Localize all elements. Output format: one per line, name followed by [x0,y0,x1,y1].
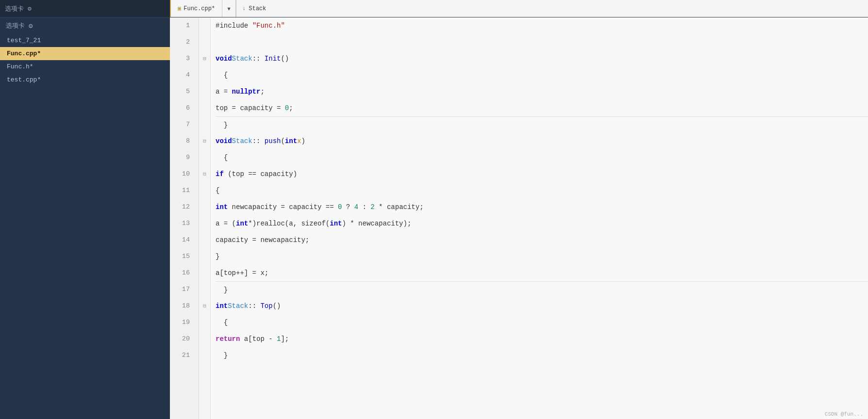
code-token: Top [260,298,272,314]
code-token: ]; [281,331,289,347]
code-token: ; [289,100,293,116]
code-line: return a[top - 1]; [216,331,868,347]
fold-gutter: ⊟⊟⊟⊟ [199,17,211,419]
fold-marker [199,331,210,347]
editor-area: 123456789101112131415161718192021 ⊟⊟⊟⊟ #… [170,17,868,419]
sidebar-item-test-cpp[interactable]: test.cpp* [0,73,170,86]
top-bar-left: 选项卡 ⚙ [0,4,170,13]
top-bar-right: ▣ Func.cpp* ▾ ↓ Stack [170,0,868,17]
code-token: 0 [285,100,289,116]
code-token: void [216,133,232,149]
code-token: x [297,133,301,149]
line-number: 11 [170,182,194,199]
code-line: { [216,314,868,331]
code-token: Stack [232,50,252,67]
line-number: 3 [170,50,194,67]
code-token: int [216,199,228,215]
line-number: 20 [170,331,194,347]
sidebar-item-func-h[interactable]: Func.h* [0,60,170,73]
sidebar-item-label: test_7_21 [7,37,41,44]
gear-icon[interactable]: ⚙ [28,5,32,13]
code-token: Stack [232,133,252,149]
fold-marker [199,182,210,199]
tab-dropdown-button[interactable]: ▾ [222,0,236,17]
line-number: 2 [170,34,194,50]
sidebar-item-project[interactable]: test_7_21 [0,34,170,47]
code-token: int [330,215,342,232]
code-token: ) * newcapacity); [342,215,411,232]
code-line: a = (int*)realloc(a, sizeof(int) * newca… [216,215,868,232]
function-nav-label: Stack [249,5,266,12]
file-tab[interactable]: ▣ Func.cpp* [171,0,222,17]
code-token: ? [342,199,354,215]
sidebar-title: 选项卡 [6,21,25,30]
code-token: ) [301,133,305,149]
code-line: int newcapacity = capacity == 0 ? 4 : 2 … [216,199,868,215]
code-token: () [273,298,281,314]
code-line: #include "Func.h" [216,17,868,34]
code-token: } [216,248,219,265]
line-number: 5 [170,83,194,100]
code-token: ( [281,133,284,149]
code-token: *)realloc(a, sizeof( [248,215,330,232]
code-token: } [216,117,228,133]
tab-label: 选项卡 [5,4,24,13]
code-token: #include [216,17,252,34]
line-number: 19 [170,314,194,331]
sidebar-gear-icon[interactable]: ⚙ [29,22,33,30]
code-token: nullptr [232,83,261,100]
code-token: newcapacity = capacity == [228,199,338,215]
file-tab-icon: ▣ [178,5,181,12]
fold-marker [199,281,210,298]
fold-marker[interactable]: ⊟ [199,166,210,182]
line-number: 8 [170,133,194,149]
sidebar-item-label: test.cpp* [7,76,41,83]
code-token: Stack [228,298,248,314]
code-line: if (top == capacity) [216,166,868,182]
fold-marker [199,265,210,281]
code-token: } [216,282,228,298]
function-nav: ↓ Stack [236,0,868,17]
down-arrow-icon: ↓ [242,5,246,12]
line-number: 13 [170,215,194,232]
fold-marker[interactable]: ⊟ [199,298,210,314]
code-token: :: [248,298,260,314]
line-number: 18 [170,298,194,314]
fold-marker [199,67,210,83]
code-line: capacity = newcapacity; [216,232,868,248]
dropdown-icon: ▾ [227,4,232,14]
fold-marker[interactable]: ⊟ [199,133,210,149]
line-number: 21 [170,347,194,364]
fold-marker [199,248,210,265]
fold-marker [199,215,210,232]
code-line: int Stack:: Top() [216,298,868,314]
line-number: 9 [170,149,194,166]
code-token: int [285,133,297,149]
line-number: 12 [170,199,194,215]
line-number: 15 [170,248,194,265]
top-bar: 选项卡 ⚙ ▣ Func.cpp* ▾ ↓ Stack [0,0,868,17]
code-content[interactable]: #include "Func.h" void Stack:: Init() { … [211,17,868,419]
code-token: top = capacity = [216,100,285,116]
line-numbers: 123456789101112131415161718192021 [170,17,199,419]
line-number: 14 [170,232,194,248]
fold-marker[interactable]: ⊟ [199,50,210,67]
code-token: 4 [354,199,358,215]
file-tab-label: Func.cpp* [184,5,215,12]
attribution: CSDN @fun... [825,411,863,417]
sidebar-header: 选项卡 ⚙ [0,17,170,34]
sidebar-item-label: Func.cpp* [7,50,41,57]
code-token: } [216,347,228,364]
code-line: { [216,182,868,199]
code-line: } [216,116,868,133]
code-token: :: [252,133,265,149]
line-number: 1 [170,17,194,34]
code-token: capacity = newcapacity; [216,232,309,248]
code-token: "Func.h" [252,17,285,34]
code-token: 1 [277,331,281,347]
fold-marker [199,199,210,215]
code-token: a[top - [240,331,277,347]
line-number: 4 [170,67,194,83]
fold-marker [199,116,210,133]
sidebar-item-func-cpp[interactable]: Func.cpp* [0,47,170,60]
